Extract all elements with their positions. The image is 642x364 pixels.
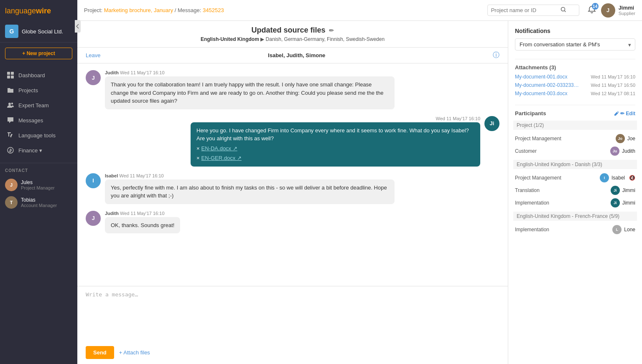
participant-name-jimmi-trans: Jimmi: [622, 187, 635, 193]
attach-row-2: × EN-GER.docx ↗: [196, 154, 474, 162]
attachment-date-1: Wed 11 May'17 16:10: [591, 74, 635, 79]
participant-row-judith: Customer Ju Judith: [515, 145, 635, 157]
breadcrumb: Project: Marketing brochure, January / M…: [84, 7, 482, 13]
attachment-link-en-ger[interactable]: EN-GER.docx ↗: [201, 154, 242, 162]
participant-name-joe: Joe: [627, 136, 635, 142]
participant-name-lone: Lone: [624, 227, 635, 233]
mute-icon: 🔇: [629, 175, 635, 181]
user-avatar: J: [601, 3, 615, 18]
participant-row-isabel: Project Management I Isabel 🔇: [515, 172, 635, 184]
p-avatar-isabel: I: [600, 173, 609, 182]
breadcrumb-message-link[interactable]: 3452523: [203, 7, 224, 13]
attach-files-button[interactable]: + Attach files: [119, 349, 150, 356]
participant-role-jimmi-impl: Implementation: [515, 200, 549, 206]
attach-row-1: × EN-DA.docx ↗: [196, 144, 474, 153]
right-panel: Notifications From conversation starter …: [508, 21, 642, 364]
sidebar-item-projects[interactable]: Projects: [0, 83, 77, 98]
participants-edit-link[interactable]: ✏ Edit: [614, 111, 635, 116]
msg-sender-1: Judith: [105, 70, 119, 75]
content-area: Updated source files ✏ English-United Ki…: [77, 21, 642, 364]
company-section[interactable]: G Globe Social Ltd.: [0, 20, 77, 43]
msg-content-4: Judith Wed 11 May'17 16:10 OK, thanks. S…: [105, 211, 180, 234]
p-avatar-lone: L: [612, 225, 622, 234]
user-section[interactable]: J Jimmi Supplier: [601, 3, 635, 18]
attachment-name-1[interactable]: My-document-001.docx: [515, 74, 567, 80]
info-icon[interactable]: ⓘ: [493, 51, 499, 60]
input-actions: Send + Attach files: [86, 346, 499, 359]
sidebar-collapse-button[interactable]: [75, 20, 81, 33]
attachment-item-1: My-document-001.docx Wed 11 May'17 16:10: [515, 74, 635, 80]
sidebar-item-finance[interactable]: Finance ▾: [0, 143, 77, 158]
attachment-name-3[interactable]: My-document-003.docx: [515, 91, 567, 96]
participants-group-label-project: Project (1/2): [513, 121, 637, 130]
expert-team-icon: [7, 101, 14, 109]
notifications-section: Notifications From conversation starter …: [515, 28, 635, 51]
target-langs: Danish, German-Germany, Finnish, Swedish…: [266, 36, 385, 42]
attachments-section: Attachments (3) My-document-001.docx Wed…: [515, 64, 635, 96]
notification-bell[interactable]: 14: [588, 5, 596, 15]
svg-rect-2: [7, 76, 10, 78]
finance-label: Finance ▾: [18, 147, 42, 154]
msg-meta-4: Judith Wed 11 May'17 16:10: [105, 211, 180, 216]
messages-icon: [7, 116, 14, 124]
message-textarea[interactable]: [86, 291, 499, 341]
notification-badge: 14: [592, 3, 599, 10]
search-icon[interactable]: [560, 7, 566, 14]
participants-names: Isabel, Judith, Simone: [100, 52, 493, 58]
attachment-date-3: Wed 12 May'17 08:11: [591, 91, 635, 96]
msg-bubble-3: Yes, perfectly fine with me. I am also a…: [105, 179, 395, 204]
msg-sender-4: Judith: [105, 211, 119, 216]
msg-content-2: Wed 11 May'17 16:10 Here you go. I have …: [191, 116, 480, 167]
attachment-link-en-da[interactable]: EN-DA.docx ↗: [201, 144, 237, 153]
sidebar-item-language-tools[interactable]: Language tools: [0, 128, 77, 143]
notifications-select[interactable]: From conversation starter & PM's All mes…: [515, 38, 635, 51]
leave-button[interactable]: Leave: [86, 52, 100, 58]
msg-content-3: Isabel Wed 11 May'17 16:10 Yes, perfectl…: [105, 173, 395, 204]
participant-person-jimmi-impl: Ji Jimmi: [611, 198, 635, 207]
chat-title-text: Updated source files: [251, 26, 325, 35]
sidebar-item-messages[interactable]: Messages: [0, 113, 77, 128]
msg-time-3: Wed 11 May'17 16:10: [119, 173, 163, 178]
message-input-area: Send + Attach files: [77, 286, 508, 364]
p-avatar-jimmi-trans: Ji: [611, 186, 620, 195]
sidebar-item-dashboard[interactable]: Dashboard: [0, 68, 77, 83]
participants-group-label-en-fr: English-United Kingdom - French-France (…: [513, 212, 637, 221]
participant-row-jimmi-translation: Translation Ji Jimmi: [515, 184, 635, 197]
finance-icon: [7, 147, 14, 154]
sidebar-item-expert-team[interactable]: Expert Team: [0, 98, 77, 113]
participant-name-isabel: Isabel: [611, 175, 625, 181]
projects-icon: [7, 86, 14, 94]
language-tools-label: Language tools: [18, 132, 56, 139]
projects-label: Projects: [18, 87, 38, 94]
msg-time-4: Wed 11 May'17 16:10: [120, 211, 164, 216]
company-name: Globe Social Ltd.: [22, 28, 63, 35]
chat-area: Updated source files ✏ English-United Ki…: [77, 21, 508, 364]
p-avatar-judith: Ju: [610, 147, 619, 156]
send-button[interactable]: Send: [86, 346, 114, 359]
attach-icon-2: ×: [196, 154, 200, 162]
tobias-name: Tobias: [21, 197, 57, 203]
message-2: Ji Wed 11 May'17 16:10 Here you go. I ha…: [86, 116, 499, 167]
participant-role-joe: Project Management: [515, 136, 561, 142]
participant-name-judith: Judith: [622, 148, 635, 154]
logo-text: languagewire: [5, 7, 51, 15]
participant-person-judith: Ju Judith: [610, 147, 635, 156]
participant-name-jimmi-impl: Jimmi: [622, 200, 635, 206]
breadcrumb-project-link[interactable]: Marketing brochure, January: [104, 7, 173, 13]
chat-title-edit-icon[interactable]: ✏: [329, 27, 334, 34]
msg-bubble-2: Here you go. I have changed Firm into Co…: [191, 122, 480, 167]
msg-meta-2: Wed 11 May'17 16:10: [191, 116, 480, 121]
participant-role-lone: Implementation: [515, 227, 549, 233]
dashboard-icon: [7, 71, 14, 79]
divider-2: [515, 105, 635, 105]
attachment-name-2[interactable]: My-document-002-033233…: [515, 82, 579, 88]
participant-role-jimmi-trans: Translation: [515, 187, 540, 193]
contact-tobias: T Tobias Account Manager: [5, 194, 72, 211]
message-1: J Judith Wed 11 May'17 16:10 Thank you f…: [86, 70, 499, 109]
search-input[interactable]: [491, 7, 558, 13]
svg-rect-1: [11, 72, 14, 75]
expert-team-label: Expert Team: [18, 102, 49, 109]
contact-label: CONTACT: [5, 168, 72, 173]
msg-sender-3: Isabel: [105, 173, 118, 178]
new-project-button[interactable]: + New project: [5, 48, 72, 59]
